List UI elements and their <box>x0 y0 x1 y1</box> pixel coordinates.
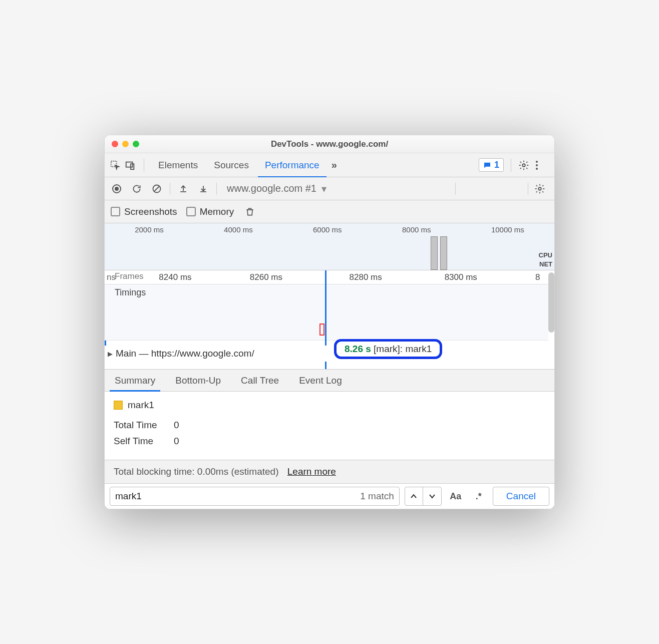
main-thread-track[interactable]: ▶ Main — https://www.google.com/ <box>105 346 548 362</box>
overview-tick: 2000 ms <box>135 225 164 234</box>
summary-pane: mark1 Total Time 0 Self Time 0 <box>105 392 554 460</box>
total-time-value: 0 <box>174 420 179 431</box>
overview-window-handle-right[interactable] <box>440 236 447 270</box>
svg-point-3 <box>522 164 525 167</box>
ruler-tick: 8300 ms <box>445 272 477 282</box>
inspect-element-icon[interactable] <box>109 159 122 172</box>
overview-window-handle-left[interactable] <box>431 236 438 270</box>
overview-tick: 10000 ms <box>491 225 524 234</box>
settings-icon[interactable] <box>518 160 533 171</box>
tab-bottom-up[interactable]: Bottom-Up <box>165 370 231 391</box>
separator <box>528 183 528 195</box>
capture-settings-icon[interactable] <box>534 183 549 194</box>
device-toolbar-icon[interactable] <box>124 159 137 172</box>
screenshots-label: Screenshots <box>124 206 177 217</box>
mark-tooltip-text: [mark]: mark1 <box>374 344 432 354</box>
overview-cpu-label: CPU <box>539 251 552 260</box>
overview-tick: 6000 ms <box>313 225 342 234</box>
tab-call-tree[interactable]: Call Tree <box>231 370 289 391</box>
search-input[interactable] <box>115 491 360 502</box>
ruler-tick: 8280 ms <box>350 272 382 282</box>
mark-tooltip: 8.26 s [mark]: mark1 <box>334 339 442 359</box>
svg-point-6 <box>536 168 538 170</box>
details-tabstrip: Summary Bottom-Up Call Tree Event Log <box>105 370 554 392</box>
main-thread-label: Main — https://www.google.com/ <box>116 348 254 359</box>
self-time-label: Self Time <box>114 436 164 447</box>
devtools-tabstrip: Elements Sources Performance » 1 <box>105 153 554 177</box>
svg-point-4 <box>536 161 538 163</box>
memory-checkbox[interactable]: Memory <box>186 206 234 217</box>
timings-track-label: Timings <box>115 287 146 298</box>
tab-performance[interactable]: Performance <box>258 153 326 177</box>
event-name: mark1 <box>128 400 154 411</box>
svg-rect-1 <box>126 162 133 167</box>
search-next-icon[interactable] <box>423 487 441 505</box>
separator <box>170 183 170 195</box>
traffic-lights <box>112 141 139 147</box>
ruler-left-edge: ns <box>105 272 116 282</box>
feedback-count: 1 <box>494 160 499 170</box>
search-nav <box>405 487 442 506</box>
overview-timeline[interactable]: 2000 ms 4000 ms 6000 ms 8000 ms 10000 ms… <box>105 223 554 270</box>
blocking-time-row: Total blocking time: 0.00ms (estimated) … <box>105 460 554 484</box>
overview-ruler: 2000 ms 4000 ms 6000 ms 8000 ms 10000 ms <box>105 225 554 234</box>
close-window-button[interactable] <box>112 141 118 147</box>
feedback-badge[interactable]: 1 <box>479 158 504 172</box>
learn-more-link[interactable]: Learn more <box>287 466 336 477</box>
zoom-window-button[interactable] <box>133 141 139 147</box>
ruler-tick: 8 <box>535 272 540 282</box>
separator <box>144 159 144 172</box>
performance-toolbar: www.google.com #1 ▾ <box>105 177 554 200</box>
svg-point-5 <box>536 164 538 166</box>
tab-elements[interactable]: Elements <box>151 153 205 177</box>
separator <box>511 159 511 172</box>
trash-icon[interactable] <box>243 205 257 219</box>
mark-tooltip-time: 8.26 s <box>345 344 371 354</box>
total-time-label: Total Time <box>114 420 164 431</box>
more-menu-icon[interactable] <box>535 160 550 171</box>
blocking-time-text: Total blocking time: 0.00ms (estimated) <box>114 466 278 477</box>
capture-options-row: Screenshots Memory <box>105 200 554 223</box>
separator <box>216 183 217 195</box>
search-input-wrapper: 1 match <box>110 487 400 506</box>
event-color-swatch <box>114 401 123 410</box>
vertical-scrollbar[interactable] <box>548 272 554 333</box>
minimize-window-button[interactable] <box>122 141 129 147</box>
tab-summary[interactable]: Summary <box>105 370 165 391</box>
profile-select[interactable]: www.google.com #1 ▾ <box>223 183 449 195</box>
devtools-window: DevTools - www.google.com/ Elements Sour… <box>104 135 555 509</box>
overview-net-label: NET <box>539 260 552 269</box>
ruler-tick: 8240 ms <box>159 272 191 282</box>
search-prev-icon[interactable] <box>405 487 423 505</box>
more-tabs-icon[interactable]: » <box>328 159 340 171</box>
overview-tick: 4000 ms <box>224 225 253 234</box>
clear-icon[interactable] <box>150 182 164 196</box>
search-match-count: 1 match <box>360 491 394 502</box>
profile-select-label: www.google.com #1 <box>227 183 316 194</box>
upload-profile-icon[interactable] <box>176 182 190 196</box>
match-case-toggle[interactable]: Aa <box>447 491 465 502</box>
overview-track-labels: CPU NET <box>539 251 552 269</box>
tab-event-log[interactable]: Event Log <box>289 370 352 391</box>
record-icon[interactable] <box>110 182 124 196</box>
window-titlebar: DevTools - www.google.com/ <box>105 135 554 153</box>
regex-toggle[interactable]: .* <box>470 491 488 502</box>
expand-triangle-icon[interactable]: ▶ <box>108 350 113 358</box>
timing-marker[interactable] <box>319 324 324 336</box>
search-bar: 1 match Aa .* Cancel <box>105 484 554 509</box>
window-title: DevTools - www.google.com/ <box>111 139 548 149</box>
svg-point-8 <box>115 187 119 191</box>
search-cancel-button[interactable]: Cancel <box>493 487 549 506</box>
self-time-value: 0 <box>174 436 179 447</box>
reload-icon[interactable] <box>130 182 144 196</box>
memory-label: Memory <box>200 206 234 217</box>
ruler-tick: 8260 ms <box>250 272 282 282</box>
separator <box>455 183 456 195</box>
tab-sources[interactable]: Sources <box>207 153 256 177</box>
flamechart-area[interactable]: ns Frames 8240 ms 8260 ms 8280 ms 8300 m… <box>105 270 554 370</box>
download-profile-icon[interactable] <box>196 182 210 196</box>
svg-point-10 <box>538 187 541 190</box>
screenshots-checkbox[interactable]: Screenshots <box>111 206 177 217</box>
overview-tick: 8000 ms <box>402 225 431 234</box>
dropdown-triangle-icon: ▾ <box>321 183 326 195</box>
